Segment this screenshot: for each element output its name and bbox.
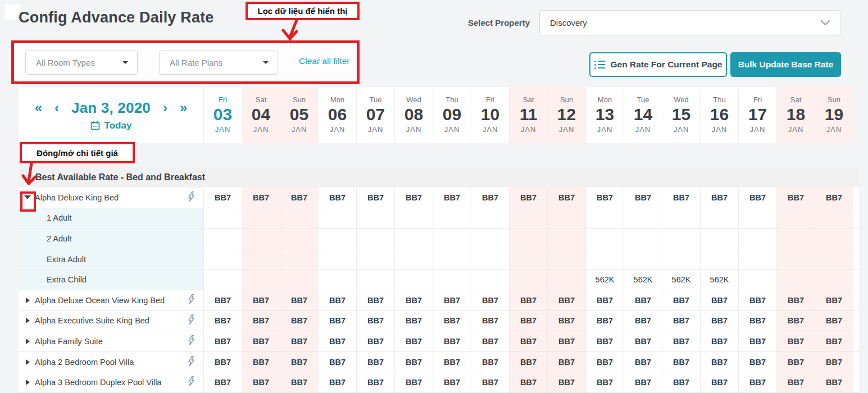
rate-cell[interactable] [471, 249, 510, 269]
rate-cell[interactable]: BB7 [357, 188, 395, 208]
rate-cell[interactable] [242, 208, 280, 229]
rate-cell[interactable]: BB7 [624, 352, 662, 372]
rate-cell[interactable] [319, 249, 357, 269]
rate-cell[interactable]: BB7 [204, 188, 242, 208]
rate-cell[interactable] [433, 269, 471, 290]
rate-cell[interactable]: BB7 [433, 290, 471, 310]
rate-cell[interactable]: BB7 [739, 352, 777, 372]
rate-cell[interactable]: BB7 [739, 290, 777, 310]
rate-cell[interactable]: BB7 [319, 372, 357, 392]
rate-cell[interactable]: BB7 [204, 311, 242, 331]
rate-cell[interactable]: BB7 [242, 311, 280, 331]
lightning-icon[interactable] [188, 191, 195, 204]
rate-cell[interactable]: BB7 [510, 290, 548, 310]
rate-cell[interactable]: BB7 [357, 372, 395, 392]
rate-cell[interactable]: BB7 [357, 290, 395, 310]
rate-cell[interactable]: BB7 [548, 188, 586, 208]
rate-cell[interactable]: BB7 [548, 311, 586, 331]
rate-cell[interactable] [586, 208, 624, 229]
rate-cell[interactable]: BB7 [815, 372, 853, 392]
rate-cell[interactable]: BB7 [777, 311, 815, 331]
rate-cell[interactable] [624, 208, 662, 229]
rate-cell[interactable]: BB7 [510, 331, 548, 351]
rate-cell[interactable] [242, 229, 280, 249]
rate-cell[interactable] [815, 269, 853, 290]
rate-cell[interactable]: BB7 [586, 290, 624, 310]
rate-cell[interactable] [739, 249, 777, 269]
rate-cell[interactable] [357, 249, 395, 269]
rate-cell[interactable]: BB7 [204, 372, 242, 392]
expand-toggle-icon[interactable] [26, 298, 30, 303]
rate-cell[interactable]: BB7 [662, 372, 701, 392]
rate-cell[interactable]: BB7 [701, 372, 739, 392]
rate-cell[interactable]: BB7 [701, 311, 739, 331]
rate-cell[interactable] [777, 229, 815, 249]
rate-cell[interactable]: BB7 [586, 311, 624, 331]
rate-cell[interactable]: BB7 [739, 311, 777, 331]
rate-cell[interactable]: BB7 [433, 331, 471, 351]
rate-cell[interactable]: BB7 [662, 352, 701, 372]
lightning-icon[interactable] [188, 376, 195, 389]
rate-cell[interactable]: BB7 [777, 290, 815, 310]
rate-cell[interactable] [319, 269, 357, 290]
clear-all-filter-link[interactable]: Clear all filter [299, 56, 349, 66]
rate-cell[interactable]: BB7 [662, 188, 701, 208]
rate-cell[interactable]: BB7 [777, 331, 815, 351]
rate-cell[interactable] [510, 208, 548, 229]
last-page-button[interactable]: » [180, 101, 187, 115]
rate-cell[interactable]: BB7 [395, 372, 433, 392]
rate-cell[interactable] [777, 269, 815, 290]
rate-cell[interactable]: BB7 [815, 311, 853, 331]
rate-cell[interactable]: BB7 [662, 331, 701, 351]
rate-cell[interactable] [739, 208, 777, 229]
rate-cell[interactable]: BB7 [242, 372, 280, 392]
next-day-button[interactable]: › [163, 101, 167, 115]
rate-cell[interactable]: BB7 [586, 331, 624, 351]
rate-cell[interactable]: BB7 [395, 290, 433, 310]
rate-cell[interactable]: BB7 [510, 372, 548, 392]
rate-cell[interactable] [204, 208, 242, 229]
rate-cell[interactable]: BB7 [280, 290, 319, 310]
rate-cell[interactable]: BB7 [471, 352, 510, 372]
rate-cell[interactable]: BB7 [701, 188, 739, 208]
rate-cell[interactable] [510, 269, 548, 290]
rate-cell[interactable] [395, 208, 433, 229]
rate-cell[interactable]: BB7 [471, 372, 510, 392]
rate-cell[interactable] [204, 269, 242, 290]
rate-cell[interactable]: BB7 [815, 290, 853, 310]
rate-cell[interactable]: BB7 [586, 372, 624, 392]
prev-day-button[interactable]: ‹ [54, 101, 59, 115]
rate-cell[interactable]: BB7 [395, 311, 433, 331]
rate-cell[interactable]: BB7 [242, 352, 280, 372]
rate-cell[interactable] [280, 269, 319, 290]
rate-cell[interactable] [815, 208, 853, 229]
rate-cell[interactable] [433, 249, 471, 269]
rate-cell[interactable] [777, 208, 815, 229]
rate-cell[interactable]: BB7 [701, 331, 739, 351]
rate-cell[interactable]: BB7 [624, 372, 662, 392]
rate-cell[interactable]: BB7 [204, 290, 242, 310]
rate-cell[interactable]: BB7 [433, 188, 471, 208]
rate-cell[interactable] [739, 269, 777, 290]
rate-cell[interactable]: BB7 [395, 331, 433, 351]
expand-toggle-icon[interactable] [26, 318, 30, 323]
lightning-icon[interactable] [188, 294, 195, 307]
rate-cell[interactable] [357, 229, 395, 249]
rate-cell[interactable] [701, 229, 739, 249]
rate-cell[interactable]: BB7 [777, 372, 815, 392]
rate-cell[interactable]: BB7 [624, 290, 662, 310]
room-types-dropdown[interactable]: All Room Types [25, 51, 138, 75]
rate-cell[interactable] [548, 269, 586, 290]
rate-cell[interactable] [662, 208, 701, 229]
rate-cell[interactable]: BB7 [471, 331, 510, 351]
rate-cell[interactable] [739, 229, 777, 249]
rate-cell[interactable]: BB7 [624, 311, 662, 331]
expand-toggle-icon[interactable] [26, 339, 30, 344]
rate-cell[interactable]: 562K [624, 269, 662, 290]
rate-cell[interactable] [357, 269, 395, 290]
rate-cell[interactable] [701, 208, 739, 229]
rate-cell[interactable] [662, 229, 701, 249]
rate-cell[interactable] [471, 269, 510, 290]
rate-cell[interactable]: BB7 [777, 352, 815, 372]
rate-cell[interactable]: BB7 [242, 290, 280, 310]
